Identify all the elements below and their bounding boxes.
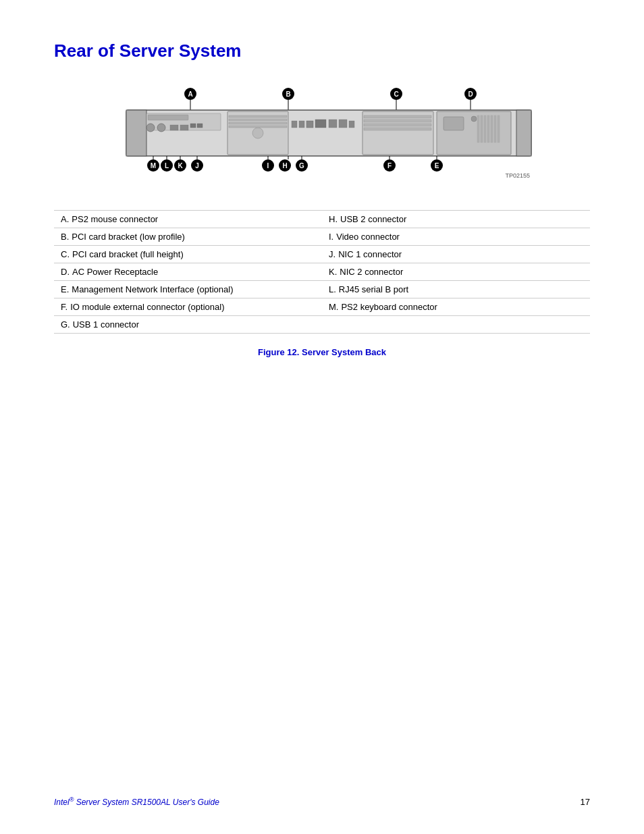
footer-title: Intel® Server System SR1500AL User's Gui… xyxy=(54,796,219,807)
svg-rect-27 xyxy=(229,126,287,128)
svg-rect-39 xyxy=(364,128,431,130)
table-row: E.Management Network Interface (optional… xyxy=(54,281,590,298)
svg-point-23 xyxy=(252,128,263,138)
page-title: Rear of Server System xyxy=(54,41,590,61)
diagram-container: A B C D xyxy=(86,82,558,203)
svg-rect-36 xyxy=(364,115,431,118)
svg-text:G: G xyxy=(299,162,304,170)
svg-point-42 xyxy=(471,116,477,122)
svg-rect-44 xyxy=(481,115,483,142)
svg-text:H: H xyxy=(282,162,287,170)
svg-rect-21 xyxy=(197,124,203,128)
table-row: G.USB 1 connector xyxy=(54,316,590,334)
svg-text:L: L xyxy=(165,162,169,170)
table-row: A.PS2 mouse connector H.USB 2 connector xyxy=(54,211,590,228)
svg-text:B: B xyxy=(286,90,290,98)
svg-rect-29 xyxy=(299,121,304,128)
svg-rect-47 xyxy=(491,115,493,142)
svg-rect-26 xyxy=(229,122,287,124)
svg-rect-33 xyxy=(339,120,347,128)
svg-text:M: M xyxy=(151,162,156,170)
svg-text:C: C xyxy=(394,90,398,98)
svg-text:A: A xyxy=(188,90,192,98)
svg-rect-46 xyxy=(487,115,489,142)
svg-rect-48 xyxy=(494,115,496,142)
page-footer: Intel® Server System SR1500AL User's Gui… xyxy=(54,796,590,807)
svg-rect-31 xyxy=(315,120,326,128)
svg-text:K: K xyxy=(178,162,183,170)
svg-rect-34 xyxy=(349,121,354,128)
svg-text:F: F xyxy=(387,162,392,170)
svg-point-16 xyxy=(146,124,155,132)
table-row: D.AC Power Receptacle K.NIC 2 connector xyxy=(54,263,590,281)
svg-rect-20 xyxy=(190,124,196,128)
components-table: A.PS2 mouse connector H.USB 2 connector … xyxy=(54,210,590,334)
svg-rect-30 xyxy=(306,121,313,128)
svg-text:E: E xyxy=(435,162,439,170)
svg-rect-25 xyxy=(229,119,287,121)
figure-caption: Figure 12. Server System Back xyxy=(54,347,590,357)
table-row: C.PCI card bracket (full height) J.NIC 1… xyxy=(54,246,590,263)
svg-point-17 xyxy=(157,124,165,132)
svg-text:D: D xyxy=(468,90,473,98)
table-row: F.IO module external connector (optional… xyxy=(54,298,590,316)
svg-rect-37 xyxy=(364,120,431,122)
svg-rect-38 xyxy=(364,124,431,126)
svg-rect-45 xyxy=(484,115,486,142)
page-number: 17 xyxy=(581,797,590,807)
svg-text:TP02155: TP02155 xyxy=(505,172,530,179)
svg-text:J: J xyxy=(195,162,199,170)
svg-rect-24 xyxy=(229,115,287,118)
svg-rect-18 xyxy=(170,125,178,130)
svg-rect-32 xyxy=(329,120,337,128)
table-row: B.PCI card bracket (low profile) I.Video… xyxy=(54,228,590,246)
svg-rect-43 xyxy=(477,115,479,142)
svg-rect-13 xyxy=(126,110,146,156)
svg-rect-28 xyxy=(292,121,297,128)
svg-rect-41 xyxy=(444,117,464,130)
svg-text:I: I xyxy=(267,162,269,170)
svg-rect-50 xyxy=(516,110,531,156)
svg-rect-49 xyxy=(498,115,500,142)
svg-rect-19 xyxy=(180,125,188,130)
svg-rect-15 xyxy=(148,115,188,120)
